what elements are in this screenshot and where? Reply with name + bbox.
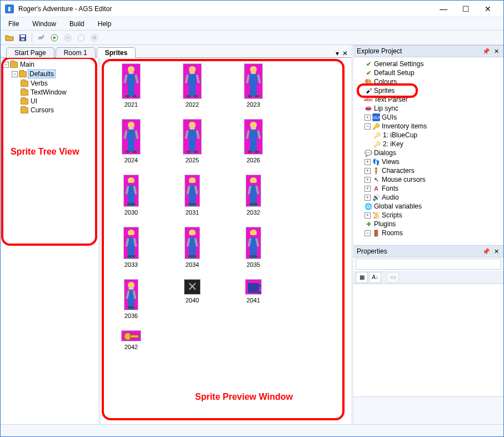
check-icon: ✔ — [365, 69, 372, 77]
tab-room-1[interactable]: Room 1 — [56, 47, 96, 58]
explore-text-parser[interactable]: abcText Parser — [363, 95, 502, 104]
collapse-icon[interactable]: − — [365, 230, 371, 236]
globe-icon: 🌐 — [365, 202, 372, 210]
pause-icon[interactable] — [62, 32, 73, 43]
sprite-2041[interactable]: 2041 — [239, 279, 267, 319]
key-icon: 🔑 — [373, 140, 381, 148]
tree-node-verbs[interactable]: Verbs — [19, 79, 97, 88]
panel-close-icon[interactable]: ✕ — [492, 47, 500, 55]
folder-icon — [19, 71, 27, 77]
sprite-2023[interactable]: 2023 — [239, 63, 267, 108]
explore-colours[interactable]: 🎨Colours — [363, 77, 502, 86]
tree-node-main[interactable]: − Main — [2, 60, 97, 69]
expand-icon[interactable]: + — [365, 115, 371, 121]
sprite-2032[interactable]: 2032 — [239, 175, 267, 216]
explore-mouse-cursors[interactable]: +↖Mouse cursors — [363, 175, 502, 184]
menu-window[interactable]: Window — [29, 19, 59, 29]
properties-object-selector[interactable] — [356, 259, 501, 270]
collapse-icon[interactable]: − — [365, 123, 371, 130]
svg-rect-6 — [68, 36, 69, 39]
properties-grid[interactable] — [353, 284, 503, 396]
titlebar: ▮ Roger's Adventure - AGS Editor — ☐ ✕ — [1, 1, 503, 17]
toolbar — [1, 31, 503, 45]
sprite-2024[interactable]: 2024 — [117, 119, 145, 163]
sort-az-icon[interactable]: A↓ — [369, 272, 381, 283]
explore-inv-ibluecup[interactable]: 🔑1: iBlueCup — [372, 131, 502, 140]
sprite-preview-pane[interactable]: 2021 2022 2023 2024 2025 2026 2030 2031 … — [101, 58, 351, 424]
explore-lip-sync[interactable]: 👄Lip sync — [363, 104, 502, 113]
explore-characters[interactable]: +🧍Characters — [363, 166, 502, 175]
expand-icon[interactable]: + — [365, 195, 371, 201]
explore-inv-ikey[interactable]: 🔑2: iKey — [372, 140, 502, 148]
properties-title: Properties — [357, 247, 387, 255]
explore-general-settings[interactable]: ✔General Settings — [363, 59, 502, 68]
menubar: File Window Build Help — [1, 17, 503, 31]
expand-icon[interactable]: + — [365, 168, 371, 174]
sprite-2031[interactable]: 2031 — [178, 175, 206, 216]
property-pages-icon[interactable]: ▭ — [387, 272, 399, 283]
expand-icon[interactable]: + — [365, 159, 371, 165]
sprite-2040[interactable]: ✕2040 — [178, 279, 206, 319]
stop-icon[interactable] — [89, 32, 100, 43]
explore-default-setup[interactable]: ✔Default Setup — [363, 68, 502, 77]
menu-build[interactable]: Build — [66, 19, 88, 29]
minimize-button[interactable]: — — [432, 1, 455, 17]
explore-inventory[interactable]: −🔑Inventory items — [363, 122, 502, 131]
tree-node-cursors[interactable]: Cursors — [19, 106, 97, 115]
sprite-2025[interactable]: 2025 — [178, 119, 206, 163]
main-area: Start Page Room 1 Sprites ▾ ✕ − Main — [1, 45, 503, 424]
expand-icon[interactable]: + — [365, 177, 371, 183]
collapse-icon[interactable]: − — [3, 62, 9, 68]
sprite-2034[interactable]: 2034 — [178, 227, 206, 268]
document-area: Start Page Room 1 Sprites ▾ ✕ − Main — [1, 45, 353, 424]
sprite-folder-tree[interactable]: − Main − Defaults Verbs TextWindow — [1, 58, 101, 424]
sprite-2021[interactable]: 2021 — [117, 63, 145, 108]
pin-icon[interactable]: 📌 — [482, 47, 490, 55]
build-icon[interactable] — [36, 32, 47, 43]
tree-node-ui[interactable]: UI — [19, 97, 97, 106]
explore-project-tree[interactable]: ✔General Settings ✔Default Setup 🎨Colour… — [353, 57, 503, 245]
maximize-button[interactable]: ☐ — [455, 1, 477, 17]
properties-panel: ▦ A↓ ▭ — [353, 257, 503, 424]
explore-dialogs[interactable]: 💬Dialogs — [363, 148, 502, 157]
palette-icon: 🎨 — [365, 78, 372, 86]
explore-scripts[interactable]: +📜Scripts — [363, 211, 502, 220]
sprite-2030[interactable]: 2030 — [117, 175, 145, 216]
check-icon: ✔ — [365, 60, 372, 68]
tab-start-page[interactable]: Start Page — [6, 47, 54, 58]
explore-plugins[interactable]: ✚Plugins — [363, 220, 502, 229]
sprite-2035[interactable]: 2035 — [239, 227, 267, 268]
explore-audio[interactable]: +🔊Audio — [363, 193, 502, 202]
explore-global-variables[interactable]: 🌐Global variables — [363, 202, 502, 211]
sprite-2026[interactable]: 2026 — [239, 119, 267, 163]
tab-dropdown-icon[interactable]: ▾ — [336, 49, 339, 57]
categorize-icon[interactable]: ▦ — [356, 272, 368, 283]
sprite-2022[interactable]: 2022 — [178, 63, 206, 108]
pin-icon[interactable]: 📌 — [482, 247, 490, 255]
menu-help[interactable]: Help — [94, 19, 115, 29]
tree-node-defaults[interactable]: − Defaults — [11, 69, 97, 79]
explore-guis[interactable]: +GUIGUIs — [363, 113, 502, 122]
expand-icon[interactable]: + — [365, 186, 371, 192]
sprite-2036[interactable]: 2036 — [117, 279, 145, 319]
audio-icon: 🔊 — [372, 193, 380, 201]
open-icon[interactable] — [4, 32, 15, 43]
run-icon[interactable] — [49, 32, 60, 43]
properties-toolbar: ▦ A↓ ▭ — [353, 271, 503, 284]
collapse-icon[interactable]: − — [12, 71, 18, 77]
step-icon[interactable] — [76, 32, 87, 43]
panel-close-icon[interactable]: ✕ — [492, 247, 500, 255]
tree-node-textwindow[interactable]: TextWindow — [19, 88, 97, 97]
close-button[interactable]: ✕ — [477, 1, 499, 17]
expand-icon[interactable]: + — [365, 212, 371, 218]
tab-sprites[interactable]: Sprites — [97, 47, 136, 58]
explore-views[interactable]: +👣Views — [363, 157, 502, 166]
sprite-2033[interactable]: 2033 — [117, 227, 145, 268]
sprite-2042[interactable]: 2042 — [117, 330, 145, 350]
explore-rooms[interactable]: −🚪Rooms — [363, 229, 502, 237]
tab-close-icon[interactable]: ✕ — [342, 49, 348, 57]
menu-file[interactable]: File — [5, 19, 22, 29]
save-icon[interactable] — [17, 32, 28, 43]
explore-fonts[interactable]: +AFonts — [363, 184, 502, 193]
explore-sprites[interactable]: 🖌Sprites — [363, 86, 502, 95]
